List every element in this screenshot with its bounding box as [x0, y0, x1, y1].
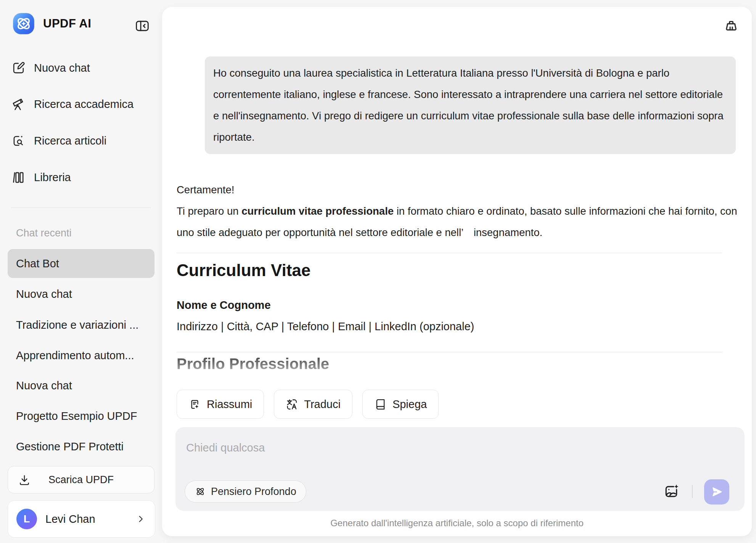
download-updf-button[interactable]: Scarica UPDF — [8, 466, 154, 493]
ai-disclaimer: Generato dall'intelligenza artificiale, … — [162, 518, 752, 529]
recent-chat-label: Nuova chat — [8, 379, 72, 392]
recent-chat-nuova-chat-2[interactable]: Nuova chat — [8, 371, 154, 400]
sidebar-item-label: Libreria — [34, 171, 71, 184]
send-icon — [710, 485, 724, 499]
image-sparkle-icon — [664, 483, 680, 500]
collapse-sidebar-icon — [134, 18, 150, 34]
atom-icon — [195, 486, 206, 497]
app-title: UPDF AI — [43, 17, 91, 31]
sidebar-item-ricerca-accademica[interactable]: Ricerca accademica — [11, 92, 153, 116]
avatar: L — [16, 509, 37, 529]
clear-chat-button[interactable] — [723, 18, 740, 36]
recent-chat-chat-bot[interactable]: Chat Bot — [8, 249, 154, 278]
cv-name-label: Nome e Cognome — [177, 299, 271, 312]
telescope-icon — [11, 97, 26, 111]
assistant-paragraph: Ti preparo un curriculum vitae professio… — [177, 201, 738, 243]
brand-row: UPDF AI — [13, 13, 91, 35]
download-updf-label: Scarica UPDF — [8, 466, 154, 493]
recent-chat-tradizione[interactable]: Tradizione e variazioni ... — [8, 310, 154, 339]
sidebar-item-ricerca-articoli[interactable]: Ricerca articoli — [11, 129, 153, 153]
composer-separator — [692, 485, 693, 498]
translate-icon — [286, 398, 298, 411]
sidebar-item-label: Ricerca articoli — [34, 135, 106, 147]
deep-thinking-label: Pensiero Profondo — [211, 486, 296, 498]
user-name: Levi Chan — [45, 513, 95, 525]
recent-chat-label: Nuova chat — [8, 288, 72, 300]
recent-chat-nuova-chat-1[interactable]: Nuova chat — [8, 280, 154, 308]
library-icon — [11, 170, 26, 185]
recent-chat-label: Gestione PDF Protetti — [8, 440, 124, 453]
cv-contact-line: Indirizzo | Città, CAP | Telefono | Emai… — [177, 320, 474, 333]
chevron-right-icon — [136, 514, 146, 524]
new-chat-icon — [11, 61, 26, 75]
send-button[interactable] — [704, 479, 729, 504]
recent-chat-label: Chat Bot — [8, 257, 59, 270]
assistant-bold-text: curriculum vitae professionale — [241, 205, 394, 217]
recent-chat-progetto-esempio[interactable]: Progetto Esempio UPDF — [8, 402, 154, 431]
recent-chat-gestione-pdf[interactable]: Gestione PDF Protetti — [8, 432, 154, 461]
deep-thinking-toggle[interactable]: Pensiero Profondo — [185, 480, 306, 503]
collapse-sidebar-button[interactable] — [134, 18, 152, 34]
attach-image-button[interactable] — [664, 483, 681, 500]
message-input[interactable]: Chiedi qualcosa — [186, 442, 734, 454]
action-label: Traduci — [304, 398, 341, 411]
recent-chat-apprendimento[interactable]: Apprendimento autom... — [8, 341, 154, 370]
markdown-divider — [177, 253, 722, 253]
sidebar-item-label: Ricerca accademica — [34, 98, 134, 111]
summarize-icon — [188, 398, 201, 411]
recent-chats-header: Chat recenti — [16, 227, 72, 239]
recent-chat-label: Apprendimento autom... — [8, 349, 134, 362]
assistant-text: Ti preparo un — [177, 205, 241, 217]
sidebar-item-label: Nuova chat — [34, 62, 90, 74]
sidebar: UPDF AI Nuova chat Ricerca accademica — [0, 0, 162, 543]
sidebar-divider — [11, 207, 151, 208]
translate-button[interactable]: Traduci — [274, 390, 352, 419]
user-account-card[interactable]: L Levi Chan — [8, 500, 155, 538]
cv-title-heading: Curriculum Vitae — [177, 261, 310, 280]
explain-button[interactable]: Spiega — [362, 390, 439, 419]
assistant-line: Certamente! — [177, 179, 738, 201]
updf-ai-app: UPDF AI Nuova chat Ricerca accademica — [0, 0, 756, 543]
recent-chat-label: Progetto Esempio UPDF — [8, 410, 137, 423]
quick-actions: Riassumi Traduci — [177, 390, 439, 419]
book-icon — [374, 398, 387, 411]
user-message: Ho conseguito una laurea specialistica i… — [205, 56, 736, 154]
composer: Chiedi qualcosa Pensiero Profondo — [175, 427, 745, 511]
action-label: Spiega — [392, 398, 427, 411]
article-search-icon — [11, 134, 26, 148]
clean-brush-icon — [723, 19, 740, 35]
cv-section-heading-faded: Profilo Professionale — [177, 355, 329, 373]
markdown-divider — [177, 352, 722, 352]
assistant-message: Certamente! Ti preparo un curriculum vit… — [177, 179, 738, 243]
sidebar-item-libreria[interactable]: Libreria — [11, 165, 153, 189]
summarize-button[interactable]: Riassumi — [177, 390, 264, 419]
sidebar-item-nuova-chat[interactable]: Nuova chat — [11, 56, 153, 80]
updf-logo-icon — [13, 13, 35, 35]
recent-chat-label: Tradizione e variazioni ... — [8, 319, 138, 331]
chat-panel: Ho conseguito una laurea specialistica i… — [162, 7, 752, 536]
action-label: Riassumi — [207, 398, 252, 411]
